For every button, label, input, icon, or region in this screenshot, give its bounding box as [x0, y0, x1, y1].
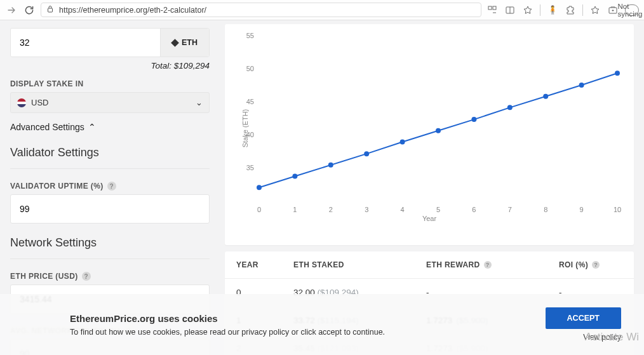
- stake-amount-field: ETH: [10, 28, 210, 57]
- svg-point-12: [507, 105, 513, 110]
- usd-flag-icon: [17, 98, 26, 107]
- reader-icon[interactable]: [504, 4, 516, 16]
- favorite-icon[interactable]: [522, 4, 533, 16]
- sync-status-label: Not syncing: [618, 3, 643, 18]
- chevron-up-icon: ⌃: [88, 122, 96, 132]
- stake-unit-label: ETH: [182, 38, 198, 47]
- cookie-accept-button[interactable]: ACCEPT: [546, 307, 621, 329]
- cookie-view-policy-link[interactable]: View policy: [583, 333, 621, 342]
- sync-status[interactable]: Not syncing: [625, 4, 639, 16]
- svg-point-7: [328, 163, 333, 168]
- eth-price-label: ETH PRICE (USD) ?: [10, 272, 210, 281]
- favorites-add-icon[interactable]: [589, 4, 601, 16]
- forward-arrow-icon[interactable]: [5, 4, 18, 17]
- chart-x-tick: 0: [257, 206, 261, 213]
- col-reward: ETH REWARD?: [426, 260, 559, 269]
- stake-amount-input[interactable]: [11, 29, 160, 57]
- chart-y-tick: 50: [238, 65, 254, 72]
- person-icon[interactable]: 🧍: [547, 4, 558, 16]
- validator-settings-heading: Validator Settings: [10, 146, 210, 169]
- chart-y-tick: 40: [238, 131, 254, 138]
- stake-chart: Stake (ETH) 3540455055012345678910: [238, 36, 621, 213]
- svg-point-14: [579, 83, 584, 88]
- lock-icon: [46, 5, 54, 15]
- display-stake-label: DISPLAY STAKE IN: [10, 79, 210, 88]
- chart-x-tick: 1: [293, 206, 297, 213]
- chart-y-tick: 55: [238, 32, 254, 39]
- svg-rect-0: [48, 8, 53, 12]
- network-settings-heading: Network Settings: [10, 236, 210, 259]
- url-text: https://ethereumprice.org/eth-2-calculat…: [59, 6, 206, 15]
- help-icon[interactable]: ?: [484, 261, 492, 269]
- advanced-settings-label: Advanced Settings: [10, 122, 84, 132]
- stake-total-text: Total: $109,294: [10, 61, 210, 70]
- display-stake-value: USD: [31, 98, 48, 107]
- browser-toolbar: https://ethereumprice.org/eth-2-calculat…: [0, 0, 644, 20]
- cookie-title: EthereumPrice.org uses cookies: [70, 313, 385, 324]
- validator-uptime-input[interactable]: [10, 194, 210, 224]
- svg-point-11: [471, 117, 476, 122]
- help-icon[interactable]: ?: [592, 261, 600, 269]
- chart-x-tick: 2: [329, 206, 333, 213]
- address-bar[interactable]: https://ethereumprice.org/eth-2-calculat…: [41, 3, 481, 17]
- chart-x-tick: 9: [580, 206, 584, 213]
- svg-point-8: [364, 151, 369, 156]
- app-icon[interactable]: [486, 4, 498, 16]
- chart-x-tick: 5: [436, 206, 440, 213]
- chart-x-tick: 7: [508, 206, 512, 213]
- col-roi: ROI (%)?: [559, 260, 622, 269]
- refresh-icon[interactable]: [23, 4, 36, 17]
- svg-point-5: [257, 185, 262, 190]
- col-year: YEAR: [236, 260, 293, 269]
- chart-y-tick: 35: [238, 164, 254, 171]
- eth-icon: [171, 39, 179, 47]
- chart-x-tick: 3: [365, 206, 368, 213]
- chart-x-tick: 4: [401, 206, 405, 213]
- svg-point-10: [436, 128, 441, 133]
- svg-point-15: [615, 70, 620, 76]
- toolbar-icons: 🧍 Not syncing: [486, 4, 639, 16]
- chart-x-label: Year: [238, 215, 621, 222]
- chart-x-tick: 6: [472, 206, 476, 213]
- advanced-settings-toggle[interactable]: Advanced Settings ⌃: [10, 122, 210, 132]
- cookie-body: To find out how we use cookies, please r…: [70, 328, 385, 337]
- svg-point-6: [292, 174, 297, 179]
- stake-chart-card: Stake (ETH) 3540455055012345678910 Year: [225, 24, 634, 245]
- validator-uptime-label: VALIDATOR UPTIME (%) ?: [10, 182, 210, 191]
- cookie-banner: EthereumPrice.org uses cookies To find o…: [0, 294, 644, 355]
- toolbar-divider: [540, 4, 540, 16]
- stake-unit-button[interactable]: ETH: [160, 29, 209, 57]
- svg-rect-2: [493, 6, 496, 10]
- col-staked: ETH STAKED: [293, 260, 426, 269]
- toolbar-divider: [582, 4, 583, 16]
- chart-y-tick: 45: [238, 98, 254, 105]
- svg-point-9: [400, 139, 405, 144]
- svg-rect-1: [488, 6, 492, 10]
- svg-point-13: [543, 94, 548, 99]
- display-stake-select[interactable]: USD ⌄: [10, 92, 210, 113]
- help-icon[interactable]: ?: [107, 182, 116, 191]
- extension-icon[interactable]: [565, 4, 576, 16]
- chart-y-label: Stake (ETH): [241, 109, 249, 148]
- chart-x-tick: 8: [544, 206, 547, 213]
- collections-icon[interactable]: [607, 4, 619, 16]
- help-icon[interactable]: ?: [82, 272, 91, 281]
- table-header: YEAR ETH STAKED ETH REWARD? ROI (%)?: [225, 251, 634, 279]
- chart-x-tick: 10: [614, 206, 621, 213]
- chevron-down-icon: ⌄: [196, 98, 203, 107]
